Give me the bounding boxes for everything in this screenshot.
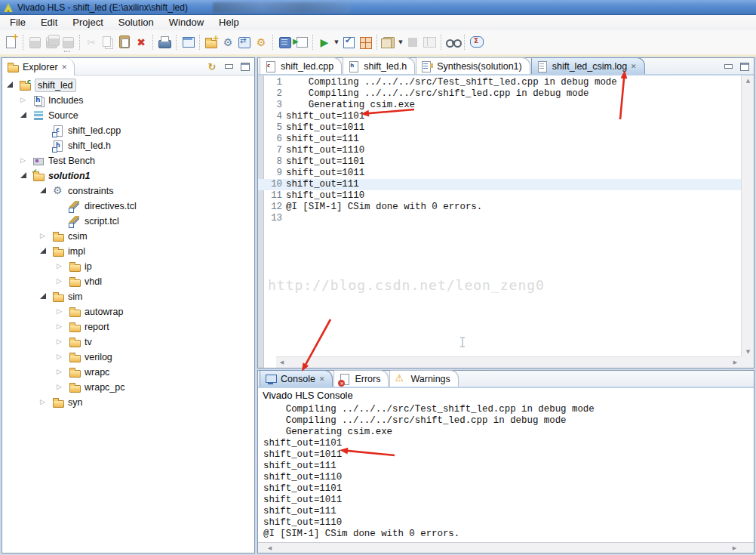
new-file-icon[interactable] [3,34,20,51]
run-flow-icon[interactable]: ⚙ [253,34,269,51]
close-icon[interactable]: ✕ [631,63,637,70]
scroll-up-icon[interactable]: ▲ [742,76,754,85]
editor-line[interactable]: 12@I [SIM-1] CSim done with 0 errors. [258,202,741,213]
twisty-expanded-icon[interactable] [40,247,48,254]
editor-line[interactable]: 4shift_out=1101 [258,111,741,122]
close-icon[interactable]: ✕ [319,375,325,383]
compare-reports-icon[interactable] [380,34,397,51]
print-icon[interactable] [156,34,173,51]
twisty-collapsed-icon[interactable]: ▷ [57,338,64,345]
tree-item-verilog[interactable]: ▷verilog [2,350,254,365]
editor-line[interactable]: 3 Generating csim.exe [258,100,741,111]
tree-item-impl[interactable]: impl [2,244,254,259]
cosim-toggle-icon[interactable] [340,34,357,51]
tree-item-report[interactable]: ▷report [2,319,254,335]
twisty-collapsed-icon[interactable]: ▷ [40,398,48,405]
menu-window[interactable]: Window [161,15,211,30]
scroll-right-icon[interactable]: ▶ [729,543,740,553]
tree-item-shift-led[interactable]: cshift_led [2,78,254,93]
twisty-collapsed-icon[interactable]: ▷ [57,307,64,315]
console-output[interactable]: Compiling ../../../src/Test_shift_led.cp… [258,402,754,542]
twisty-expanded-icon[interactable] [40,292,48,300]
tree-item-vhdl[interactable]: ▷vhdl [2,274,254,289]
tree-item-syn[interactable]: ▷syn [2,395,254,410]
scroll-right-icon[interactable]: ▶ [730,357,741,367]
editor-line[interactable]: 7shift_out=1110 [258,145,741,156]
editor-line[interactable]: 5shift_out=1011 [258,122,741,134]
console-horizontal-scrollbar[interactable]: ◀ ▶ [258,542,754,553]
minimize-icon[interactable] [223,60,235,72]
tree-item-autowrap[interactable]: ▷autowrap [2,304,254,319]
minimize-icon[interactable] [722,60,734,72]
tree-item-csim[interactable]: ▷csim [2,229,254,244]
menu-file[interactable]: File [2,15,33,30]
twisty-collapsed-icon[interactable]: ▷ [57,262,64,270]
log-editor[interactable]: 1 Compiling ../../../src/Test_shift_led.… [258,76,754,368]
twisty-collapsed-icon[interactable]: ▷ [57,277,64,285]
editor-line[interactable]: 1 Compiling ../../../src/Test_shift_led.… [258,77,741,88]
editor-line[interactable]: 9shift_out=1011 [258,168,741,179]
twisty-expanded-icon[interactable] [7,81,14,88]
editor-line[interactable]: 10shift_out=111 [258,179,741,190]
twisty-expanded-icon[interactable] [20,171,28,179]
run-simulation-dropdown-icon[interactable]: ▼ [333,34,340,51]
run-simulation-icon[interactable]: ▶ [316,34,333,51]
paste-icon[interactable] [116,34,133,51]
tree-item-script-tcl[interactable]: script.tcl [2,214,254,229]
tree-item-test-bench[interactable]: ▷Test Bench [2,153,254,168]
tree-item-wrapc-pc[interactable]: ▷wrapc_pc [2,380,254,395]
twisty-collapsed-icon[interactable]: ▷ [20,156,28,164]
tab-shift-led-cpp[interactable]: cshift_led.cpp [260,57,342,74]
menu-edit[interactable]: Edit [33,15,65,30]
tab-explorer[interactable]: Explorer ✕ [2,58,75,76]
editor-line[interactable]: 13 [258,213,741,224]
tab-warnings[interactable]: Warnings [389,370,458,387]
tree-item-shift-led-h[interactable]: hshift_led.h [2,138,254,153]
refresh-icon[interactable]: ↻ [206,60,218,72]
solution-settings-icon[interactable]: ⚙ [220,34,236,51]
editor-line[interactable]: 2 Compiling ../../../src/shift_led.cpp i… [258,88,741,100]
menu-solution[interactable]: Solution [111,15,161,30]
tree-item-includes[interactable]: ▷hIncludes [2,93,254,108]
twisty-collapsed-icon[interactable]: ▷ [40,232,48,239]
tree-item-source[interactable]: Source [2,108,254,123]
close-icon[interactable]: ✕ [62,63,68,71]
tree-item-tv[interactable]: ▷tv [2,335,254,350]
vertical-scrollbar[interactable]: ▲ ▼ [741,76,754,356]
help-assistant-icon[interactable] [468,34,484,51]
new-project-icon[interactable]: + [203,34,220,51]
tree-item-solution1[interactable]: ✔solution1 [2,168,254,183]
scroll-left-icon[interactable]: ◀ [276,357,287,367]
menu-help[interactable]: Help [211,15,247,30]
index-source-icon[interactable] [276,34,293,51]
tab-console[interactable]: Console✕ [260,370,333,387]
analysis-icon[interactable] [444,34,461,51]
editor-line[interactable]: 11shift_out=1110 [258,190,741,202]
tree-item-constraints[interactable]: constraints [2,183,254,199]
horizontal-scrollbar[interactable]: ◀ ▶ [276,356,741,368]
maximize-icon[interactable] [739,60,751,72]
twisty-collapsed-icon[interactable]: ▷ [57,383,64,390]
menu-project[interactable]: Project [65,15,110,30]
tab-shift-led-h[interactable]: hshift_led.h [343,57,415,74]
tree-item-wrapc[interactable]: ▷wrapc [2,365,254,380]
scroll-down-icon[interactable]: ▼ [742,347,754,356]
tree-item-shift-led-cpp[interactable]: cshift_led.cpp [2,123,254,138]
project-settings-icon[interactable] [180,34,196,51]
tree-item-directives-tcl[interactable]: directives.tcl [2,199,254,214]
twisty-expanded-icon[interactable] [40,187,48,194]
tree-item-ip[interactable]: ▷ip [2,259,254,274]
twisty-collapsed-icon[interactable]: ▷ [20,96,28,103]
compare-reports-dropdown-icon[interactable]: ▼ [397,34,404,51]
twisty-collapsed-icon[interactable]: ▷ [57,368,64,375]
scroll-left-icon[interactable]: ◀ [264,543,275,553]
new-solution-icon[interactable] [236,34,253,51]
tree-item-sim[interactable]: sim [2,289,254,304]
command-prompt-icon[interactable] [293,34,309,51]
tab-shift-led-csim-log[interactable]: shift_led_csim.log✕ [531,57,645,74]
editor-line[interactable]: 8shift_out=1101 [258,156,741,168]
editor-line[interactable]: 6shift_out=111 [258,134,741,145]
twisty-collapsed-icon[interactable]: ▷ [57,322,64,330]
tab-errors[interactable]: Errors [333,370,389,387]
twisty-collapsed-icon[interactable]: ▷ [57,353,64,360]
